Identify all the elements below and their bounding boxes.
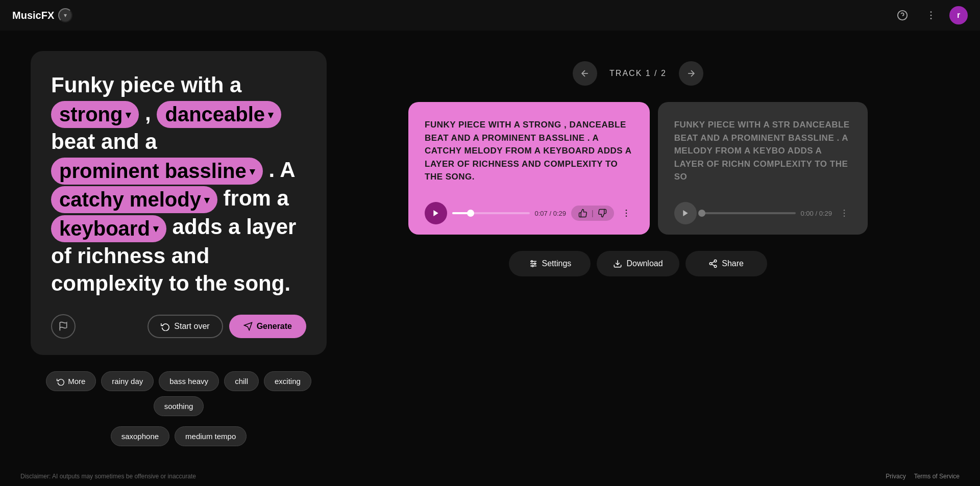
action-buttons: Start over Generate xyxy=(148,315,306,338)
main-content: Funky piece with a strong ▾ , danceable … xyxy=(0,31,980,467)
prompt-text2: . A xyxy=(268,158,295,182)
prompt-actions: Start over Generate xyxy=(51,314,306,339)
prompt-intro: Funky piece with a xyxy=(51,73,241,97)
track-1-description: FUNKY PIECE WITH A STRONG , DANCEABLE BE… xyxy=(425,118,633,184)
play-button-1[interactable] xyxy=(425,202,447,224)
progress-bar-2[interactable] xyxy=(702,212,796,214)
settings-icon xyxy=(529,259,538,268)
download-icon xyxy=(613,259,622,268)
left-panel: Funky piece with a strong ▾ , danceable … xyxy=(31,51,327,446)
left-arrow-icon xyxy=(580,68,590,79)
track-2-description: FUNKY PIECE WITH A STR DANCEABLE BEAT AN… xyxy=(674,118,851,184)
tracks-row: FUNKY PIECE WITH A STRONG , DANCEABLE BE… xyxy=(408,102,868,235)
header-left: MusicFX ▾ xyxy=(12,8,72,22)
generate-button[interactable]: Generate xyxy=(229,315,306,338)
progress-fill-1 xyxy=(452,212,471,214)
svg-point-12 xyxy=(625,216,627,217)
progress-thumb-2 xyxy=(698,210,705,217)
progress-bar-1[interactable] xyxy=(452,212,530,214)
chip-exciting[interactable]: exciting xyxy=(264,371,311,391)
settings-button[interactable]: Settings xyxy=(509,251,591,276)
chips-section: More rainy day bass heavy chill exciting… xyxy=(31,371,327,446)
app-title: MusicFX xyxy=(12,10,54,21)
send-icon xyxy=(243,322,253,331)
help-button[interactable] xyxy=(892,5,913,25)
play-icon-1 xyxy=(432,209,440,217)
chip-danceable[interactable]: danceable ▾ xyxy=(157,101,281,128)
prompt-text: Funky piece with a strong ▾ , danceable … xyxy=(51,71,306,298)
chip-prominent-bassline-chevron: ▾ xyxy=(250,165,255,177)
svg-line-28 xyxy=(712,262,715,263)
more-menu-button[interactable] xyxy=(921,5,941,25)
header-right: r xyxy=(892,5,968,25)
svg-point-26 xyxy=(714,265,717,268)
svg-point-16 xyxy=(844,216,845,217)
chip-soothing[interactable]: soothing xyxy=(154,396,204,416)
svg-marker-9 xyxy=(433,210,438,216)
thumb-buttons-1: | xyxy=(571,206,614,221)
svg-line-27 xyxy=(712,264,715,266)
svg-point-11 xyxy=(625,213,627,214)
privacy-link[interactable]: Privacy xyxy=(886,473,905,480)
more-vert-icon-2 xyxy=(839,208,849,218)
chip-keyboard-chevron: ▾ xyxy=(153,222,158,235)
start-over-button[interactable]: Start over xyxy=(148,315,223,338)
chip-bass-heavy[interactable]: bass heavy xyxy=(159,371,219,391)
chip-strong-chevron: ▾ xyxy=(126,109,131,121)
footer-disclaimer: Disclaimer: AI outputs may sometimes be … xyxy=(20,473,196,480)
track-label: TRACK 1 / 2 xyxy=(609,69,667,78)
footer: Disclaimer: AI outputs may sometimes be … xyxy=(0,467,980,486)
track-card-2: FUNKY PIECE WITH A STR DANCEABLE BEAT AN… xyxy=(658,102,868,235)
right-panel: TRACK 1 / 2 FUNKY PIECE WITH A STRONG , … xyxy=(327,51,949,446)
prompt-text3: from a xyxy=(224,186,289,210)
svg-marker-6 xyxy=(244,323,252,330)
svg-point-25 xyxy=(709,263,712,265)
more-vert-icon xyxy=(621,208,631,218)
prompt-text1: beat and a xyxy=(51,130,157,154)
svg-point-22 xyxy=(532,265,533,267)
svg-point-24 xyxy=(714,260,717,263)
chip-saxophone[interactable]: saxophone xyxy=(111,426,169,446)
play-button-2[interactable] xyxy=(674,202,697,224)
footer-links: Privacy Terms of Service xyxy=(886,473,960,480)
header-pill-button[interactable]: ▾ xyxy=(58,8,72,22)
time-label-1: 0:07 / 0:29 xyxy=(535,210,566,217)
chip-chill[interactable]: chill xyxy=(224,371,259,391)
bottom-actions: Settings Download Share xyxy=(509,251,767,276)
track-card-1: FUNKY PIECE WITH A STRONG , DANCEABLE BE… xyxy=(408,102,650,235)
chip-catchy-melody[interactable]: catchy melody ▾ xyxy=(51,186,217,213)
right-arrow-icon xyxy=(686,68,696,79)
next-track-button[interactable] xyxy=(679,61,703,86)
chip-prominent-bassline[interactable]: prominent bassline ▾ xyxy=(51,158,263,185)
thumb-down-button-1[interactable] xyxy=(596,208,609,219)
chip-medium-tempo[interactable]: medium tempo xyxy=(175,426,247,446)
thumb-up-icon xyxy=(578,209,587,218)
prev-track-button[interactable] xyxy=(573,61,597,86)
track-counter: 1 / 2 xyxy=(646,69,667,78)
chip-more[interactable]: More xyxy=(46,371,96,391)
download-button[interactable]: Download xyxy=(597,251,679,276)
track-2-controls: 0:00 / 0:29 xyxy=(674,202,851,224)
app-header: MusicFX ▾ r xyxy=(0,0,980,31)
flag-button[interactable] xyxy=(51,314,76,339)
chip-strong[interactable]: strong ▾ xyxy=(51,101,139,128)
share-icon xyxy=(708,259,718,268)
thumb-down-icon xyxy=(598,209,607,218)
chip-rainy-day[interactable]: rainy day xyxy=(101,371,154,391)
thumb-up-button-1[interactable] xyxy=(576,208,590,219)
chip-keyboard[interactable]: keyboard ▾ xyxy=(51,215,166,242)
share-button[interactable]: Share xyxy=(685,251,767,276)
svg-point-14 xyxy=(844,210,845,211)
play-icon-2 xyxy=(681,209,690,217)
refresh-icon xyxy=(161,322,170,331)
svg-point-10 xyxy=(625,210,627,211)
user-avatar[interactable]: r xyxy=(949,6,968,24)
svg-point-20 xyxy=(531,261,532,262)
more-options-button-2[interactable] xyxy=(837,206,851,220)
refresh-icon-small xyxy=(57,377,65,386)
terms-link[interactable]: Terms of Service xyxy=(914,473,960,480)
track-nav: TRACK 1 / 2 xyxy=(573,61,703,86)
prompt-card: Funky piece with a strong ▾ , danceable … xyxy=(31,51,327,355)
chip-danceable-chevron: ▾ xyxy=(268,109,273,121)
more-options-button-1[interactable] xyxy=(619,206,633,220)
